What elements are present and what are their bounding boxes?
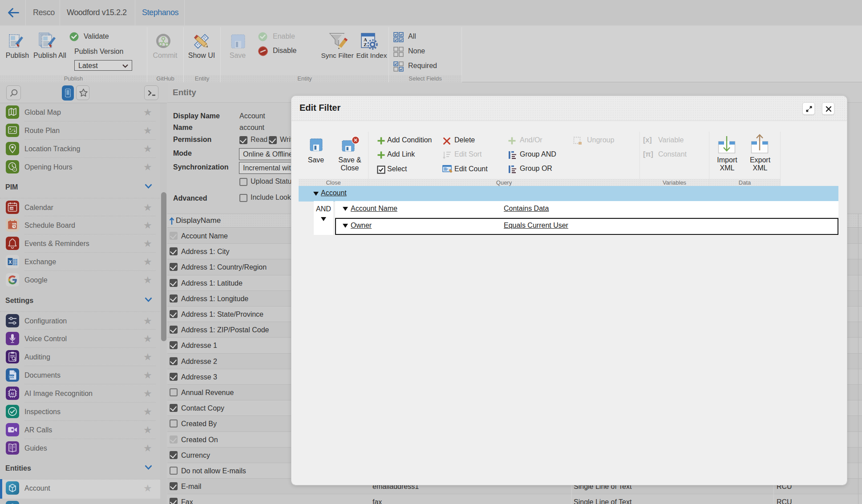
svg-text:X: X bbox=[9, 260, 12, 265]
svg-text:AI: AI bbox=[10, 391, 14, 396]
svg-text:25: 25 bbox=[10, 207, 13, 210]
svg-text:DOC: DOC bbox=[9, 375, 16, 378]
svg-text:Z: Z bbox=[364, 42, 367, 47]
